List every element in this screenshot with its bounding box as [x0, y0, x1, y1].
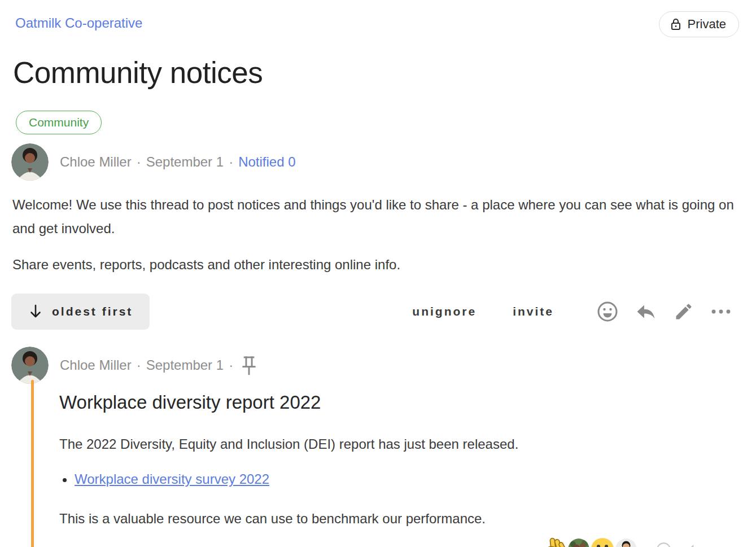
post-author[interactable]: Chloe Miller [60, 357, 132, 373]
reply-button[interactable] [687, 542, 702, 547]
unignore-button[interactable]: unignore [412, 305, 477, 318]
privacy-label: Private [688, 17, 726, 32]
thread-indent-line [31, 380, 34, 547]
badge-row: Community [16, 111, 756, 134]
post-meta-text: Chloe Miller · September 1 · [60, 355, 257, 375]
post-actions [656, 542, 732, 547]
meta-separator: · [229, 357, 233, 373]
avatar-man-and-child[interactable] [568, 539, 589, 547]
reply-icon [635, 302, 657, 321]
intro-paragraph-2: Share events, reports, podcasts and othe… [12, 253, 739, 277]
invite-button[interactable]: invite [513, 305, 554, 318]
post-paragraph-1: The 2022 Diversity, Equity and Inclusion… [59, 435, 731, 454]
edit-pencil-icon [674, 301, 694, 322]
avatar-chloe-miller[interactable] [11, 347, 49, 384]
notified-link[interactable]: Notified 0 [238, 154, 295, 170]
breadcrumb[interactable]: Oatmilk Co-operative [15, 15, 142, 32]
emoji-smiley-icon [656, 542, 671, 547]
list-item: Workplace diversity survey 2022 [75, 470, 731, 489]
lock-icon [670, 17, 682, 31]
reaction-row [0, 537, 732, 547]
post-meta-row: Chloe Miller · September 1 · [11, 347, 756, 384]
meta-separator: · [137, 154, 141, 170]
reply-button[interactable] [635, 302, 657, 321]
sort-order-label: oldest first [52, 305, 133, 318]
sort-order-button[interactable]: oldest first [11, 294, 150, 330]
thread-meta-row: Chloe Miller · September 1 · Notified 0 [11, 143, 756, 181]
add-reaction-button[interactable] [597, 301, 618, 322]
post-body: Workplace diversity report 2022 The 2022… [59, 391, 731, 528]
thread-intro: Welcome! We use this thread to post noti… [12, 193, 739, 277]
avatar-man-in-suit[interactable] [615, 539, 637, 547]
post-date: September 1 [146, 357, 224, 373]
survey-link[interactable]: Workplace diversity survey 2022 [75, 471, 269, 487]
pin-icon [241, 355, 257, 375]
meta-separator: · [229, 154, 233, 170]
post-link-list: Workplace diversity survey 2022 [75, 470, 731, 489]
reply-icon [687, 542, 702, 547]
add-reaction-button[interactable] [656, 542, 671, 547]
page-title: Community notices [13, 55, 756, 90]
category-badge[interactable]: Community [16, 111, 102, 134]
thread-meta-text: Chloe Miller · September 1 · Notified 0 [60, 154, 296, 170]
top-bar: Oatmilk Co-operative Private [0, 0, 756, 37]
thread-toolbar: oldest first unignore invite [11, 294, 731, 330]
post-title: Workplace diversity report 2022 [59, 391, 731, 414]
thread-date: September 1 [146, 154, 224, 170]
edit-button[interactable] [674, 301, 694, 322]
slightly-smiling-emoji[interactable] [591, 537, 614, 547]
more-options-icon [711, 308, 731, 315]
post-workplace-diversity: Chloe Miller · September 1 · Workplace d… [0, 347, 756, 547]
thread-author[interactable]: Chloe Miller [60, 154, 132, 170]
meta-separator: · [137, 357, 141, 373]
arrow-down-icon [28, 303, 43, 320]
post-paragraph-2: This is a valuable resource we can use t… [59, 509, 731, 528]
privacy-button[interactable]: Private [659, 11, 739, 37]
ok-hand-emoji[interactable] [543, 537, 567, 547]
avatar-chloe-miller[interactable] [11, 143, 49, 181]
intro-paragraph-1: Welcome! We use this thread to post noti… [12, 193, 739, 240]
community-thread-page: Oatmilk Co-operative Private Community n… [0, 0, 756, 547]
more-options-button[interactable] [711, 308, 731, 315]
emoji-smiley-icon [597, 301, 618, 322]
